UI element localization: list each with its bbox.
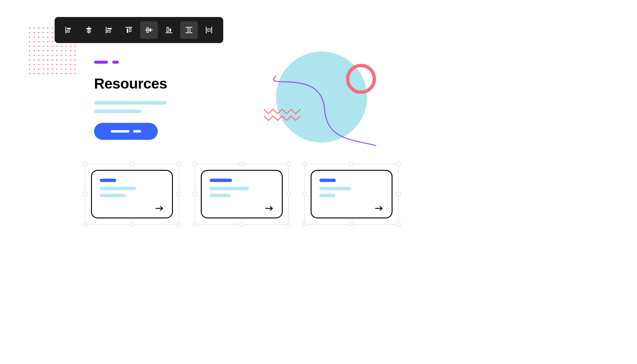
align-left-icon [65,26,73,34]
svg-rect-1 [67,28,71,29]
resize-handle[interactable] [349,162,353,166]
card-text-placeholder [210,187,249,190]
hero-block: Resources [94,61,185,140]
cta-label-placeholder [111,130,130,133]
resource-card[interactable] [91,170,173,218]
cta-button[interactable] [94,123,158,140]
page-title: Resources [94,75,185,92]
distribute-vertical-icon [185,26,193,34]
align-top-button[interactable] [120,21,138,39]
card-arrow-button[interactable] [155,205,164,213]
resize-handle[interactable] [83,222,87,226]
align-right-icon [105,26,113,34]
resize-handle[interactable] [240,222,244,226]
arrow-right-icon [155,205,164,211]
align-middle-v-icon [145,26,153,34]
subtitle-placeholder [94,101,167,105]
arrow-right-icon [375,205,384,211]
card-tag-placeholder [100,179,116,182]
align-center-h-button[interactable] [80,21,98,39]
align-top-icon [125,26,133,34]
resize-handle[interactable] [193,192,197,196]
align-bottom-button[interactable] [160,21,178,39]
alignment-toolbar [55,17,223,43]
resize-handle[interactable] [193,162,197,166]
svg-rect-4 [86,28,91,29]
align-left-button[interactable] [60,21,78,39]
card-tag-placeholder [319,179,336,182]
resize-handle[interactable] [130,162,134,166]
resize-handle[interactable] [83,162,87,166]
svg-rect-11 [130,29,131,32]
distribute-horizontal-icon [205,26,213,34]
resize-handle[interactable] [303,222,307,226]
svg-rect-7 [107,28,112,29]
svg-rect-14 [150,29,151,32]
svg-rect-17 [170,29,171,32]
svg-rect-2 [67,31,69,32]
resource-card[interactable] [201,170,283,218]
resize-handle[interactable] [193,222,197,226]
card-arrow-button[interactable] [265,205,274,213]
align-bottom-icon [165,26,173,34]
resize-handle[interactable] [287,162,291,166]
selected-card-1[interactable] [85,164,179,224]
resize-handle[interactable] [396,222,400,226]
selected-card-2[interactable] [195,164,289,224]
resize-handle[interactable] [303,192,307,196]
align-right-button[interactable] [100,21,118,39]
align-middle-v-button[interactable] [140,21,158,39]
resize-handle[interactable] [177,222,181,226]
arrow-right-icon [265,205,274,211]
align-center-h-icon [85,26,93,34]
cta-label-placeholder [133,130,141,133]
resize-handle[interactable] [287,192,291,196]
accent-bars [94,61,185,64]
svg-rect-8 [107,31,110,32]
svg-rect-10 [127,29,128,33]
resize-handle[interactable] [287,222,291,226]
card-text-placeholder [100,187,136,190]
accent-bar [112,61,119,64]
svg-rect-23 [208,29,210,31]
svg-rect-20 [188,29,190,31]
card-text-placeholder [319,187,351,190]
card-tag-placeholder [210,179,232,182]
resize-handle[interactable] [83,192,87,196]
decorative-shapes [255,49,382,158]
resize-handle[interactable] [130,222,134,226]
card-text-placeholder [100,194,125,197]
card-text-placeholder [319,194,335,197]
card-arrow-button[interactable] [375,205,384,213]
selected-card-3[interactable] [305,164,399,224]
resize-handle[interactable] [177,162,181,166]
resize-handle[interactable] [177,192,181,196]
distribute-vertical-button[interactable] [180,21,198,39]
svg-rect-16 [167,27,168,32]
card-text-placeholder [210,194,231,197]
accent-bar [94,61,108,64]
card-row [85,164,399,224]
resize-handle[interactable] [396,162,400,166]
resize-handle[interactable] [396,192,400,196]
subtitle-placeholder [94,110,141,113]
resource-card[interactable] [311,170,393,218]
resize-handle[interactable] [349,222,353,226]
distribute-horizontal-button[interactable] [200,21,218,39]
resize-handle[interactable] [240,162,244,166]
resize-handle[interactable] [303,162,307,166]
